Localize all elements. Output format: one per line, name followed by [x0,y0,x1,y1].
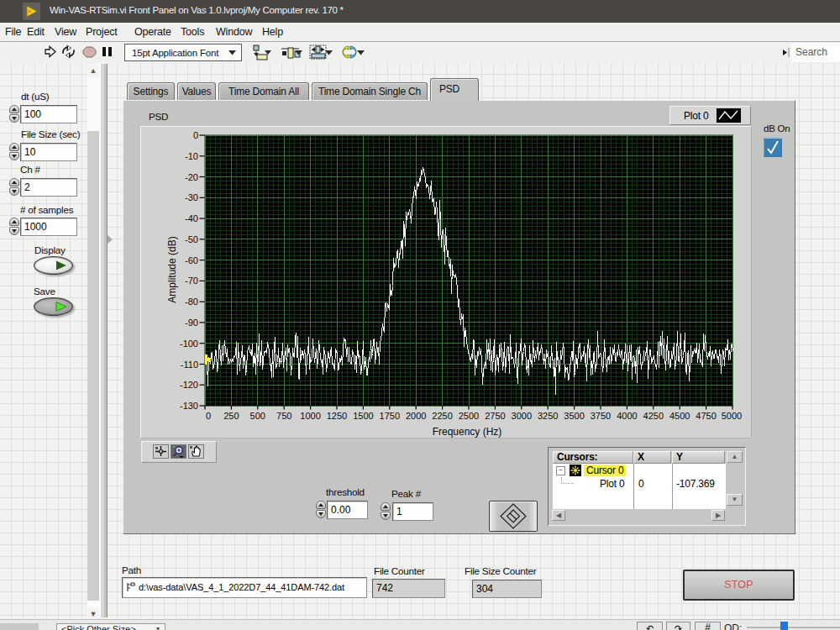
svg-text:2500: 2500 [459,411,479,421]
svg-text:1750: 1750 [380,411,400,421]
svg-text:500: 500 [250,411,265,421]
svg-text:750: 750 [276,411,291,421]
svg-text:-40: -40 [185,213,198,223]
svg-text:-30: -30 [185,192,198,202]
svg-text:1250: 1250 [327,411,347,421]
svg-text:-110: -110 [181,360,198,370]
svg-text:-80: -80 [185,297,198,307]
svg-text:2250: 2250 [432,411,452,421]
svg-text:1500: 1500 [353,411,373,421]
svg-text:-130: -130 [180,401,198,411]
svg-text:-60: -60 [185,255,198,265]
svg-text:3500: 3500 [564,411,584,421]
svg-text:-10: -10 [185,151,198,161]
svg-text:-50: -50 [185,234,198,244]
svg-text:1000: 1000 [300,411,320,421]
svg-text:-90: -90 [185,318,198,328]
svg-text:Amplitude (dB): Amplitude (dB) [166,236,178,302]
svg-text:2750: 2750 [485,411,505,421]
svg-text:0: 0 [193,130,198,140]
svg-text:-70: -70 [185,276,198,286]
svg-text:2000: 2000 [406,411,426,421]
svg-text:4750: 4750 [696,411,716,421]
svg-text:5000: 5000 [722,411,742,421]
svg-text:Frequency (Hz): Frequency (Hz) [433,426,502,438]
svg-text:250: 250 [223,411,239,421]
svg-text:-100: -100 [180,339,198,349]
svg-text:4250: 4250 [643,411,664,421]
svg-text:3750: 3750 [591,411,611,421]
svg-text:4000: 4000 [617,411,637,421]
svg-text:-20: -20 [185,172,198,182]
svg-text:3250: 3250 [538,411,558,421]
svg-text:0: 0 [206,411,211,421]
svg-text:3000: 3000 [512,411,532,421]
svg-text:4500: 4500 [669,411,690,421]
svg-text:-120: -120 [180,380,198,390]
